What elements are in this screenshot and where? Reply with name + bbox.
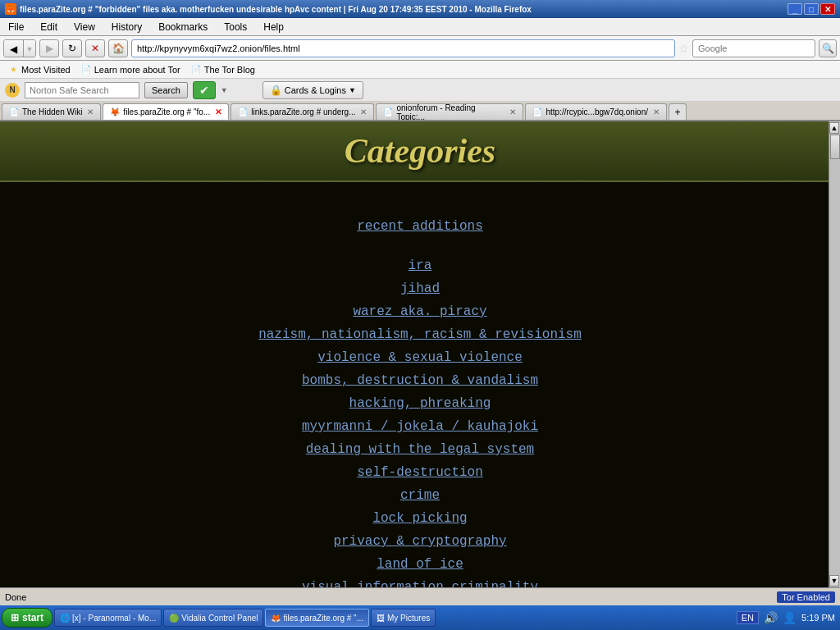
windows-logo-icon: ⊞ (11, 612, 19, 623)
tab-rcypic[interactable]: 📄 http://rcypic...bgw7dq.onion/ ✕ (525, 103, 667, 120)
taskbar-paranormal[interactable]: 🌐 [x] - Paranormal - Mo... (54, 609, 162, 627)
tab-close-3[interactable]: ✕ (360, 107, 367, 116)
norton-search-input[interactable] (25, 82, 139, 98)
tab-parazite-files[interactable]: 🦊 files.paraZite.org # "fo... ✕ (103, 103, 229, 120)
tab-label-2: files.paraZite.org # "fo... (123, 107, 210, 116)
tab-label-4: onionforum - Reading Topic:... (396, 103, 504, 120)
home-button[interactable]: 🏠 (108, 39, 128, 57)
reload-button[interactable]: ↻ (62, 39, 82, 57)
bookmark-learn-tor-label: Learn more about Tor (94, 65, 180, 75)
stop-button[interactable]: ✕ (85, 39, 105, 57)
bookmark-most-visited-label: Most Visited (21, 65, 71, 75)
start-label: start (22, 612, 43, 623)
scrollbar-thumb[interactable] (830, 135, 840, 159)
scroll-down-button[interactable]: ▼ (829, 575, 839, 587)
menu-bookmarks[interactable]: Bookmarks (153, 20, 212, 34)
link-legal[interactable]: dealing with the legal system (0, 438, 840, 461)
cards-logins-button[interactable]: 🔒 Cards & Logins ▼ (262, 81, 363, 99)
checkmark-dropdown[interactable]: ▼ (221, 86, 228, 94)
tab-label-5: http://rcypic...bgw7dq.onion/ (546, 107, 648, 116)
user-icon[interactable]: 👤 (783, 611, 797, 624)
system-clock: 5:19 PM (801, 613, 835, 623)
menu-bar: File Edit View History Bookmarks Tools H… (0, 18, 840, 36)
menu-view[interactable]: View (69, 20, 100, 34)
norton-search-button[interactable]: Search (144, 82, 188, 98)
page-icon-2: 📄 (190, 64, 202, 75)
link-lock-picking[interactable]: lock picking (0, 507, 840, 530)
link-recent-additions[interactable]: recent additions (0, 215, 840, 238)
taskbar-item-label-2: Vidalia Control Panel (181, 614, 258, 623)
checkmark-button[interactable]: ✔ (193, 81, 216, 99)
tab-parazite-links[interactable]: 📄 links.paraZite.org # underg... ✕ (231, 103, 374, 120)
search-label: Search (152, 85, 180, 95)
link-bombs[interactable]: bombs, destruction & vandalism (0, 369, 840, 392)
status-right: Tor Enabled (777, 591, 835, 603)
nav-bar: ◀ ▼ ▶ ↻ ✕ 🏠 ☆ 🔍 (0, 36, 840, 61)
taskbar-vidalia[interactable]: 🟢 Vidalia Control Panel (163, 609, 263, 627)
maximize-button[interactable]: □ (804, 3, 819, 15)
norton-bar: N Search ✔ ▼ 🔒 Cards & Logins ▼ (0, 79, 840, 102)
minimize-button[interactable]: _ (788, 3, 802, 15)
tab-close-4[interactable]: ✕ (509, 107, 516, 116)
page-icon: 📄 (80, 64, 92, 75)
volume-icon[interactable]: 🔊 (764, 611, 778, 624)
bookmark-most-visited[interactable]: ★ Most Visited (3, 63, 75, 76)
window-controls: _ □ ✕ (788, 3, 835, 15)
tab-favicon-4: 📄 (383, 107, 393, 116)
menu-help[interactable]: Help (258, 20, 289, 34)
link-jihad[interactable]: jihad (0, 277, 840, 300)
link-violence[interactable]: violence & sexual violence (0, 346, 840, 369)
tab-label-1: The Hidden Wiki (22, 107, 82, 116)
back-button[interactable]: ◀ (4, 40, 24, 57)
tab-close-2[interactable]: ✕ (215, 107, 221, 116)
tab-onionforum[interactable]: 📄 onionforum - Reading Topic:... ✕ (376, 103, 523, 120)
link-self-destruction[interactable]: self-destruction (0, 461, 840, 484)
scroll-up-button[interactable]: ▲ (829, 122, 839, 134)
link-crime[interactable]: crime (0, 484, 840, 507)
menu-history[interactable]: History (107, 20, 147, 34)
forward-button[interactable]: ▶ (39, 39, 59, 57)
url-bar[interactable] (131, 39, 675, 57)
link-myyrmanni[interactable]: myyrmanni / jokela / kauhajoki (0, 415, 840, 438)
search-input[interactable] (692, 39, 815, 57)
taskbar-pictures[interactable]: 🖼 My Pictures (371, 609, 436, 627)
status-bar: Done Tor Enabled (0, 587, 840, 605)
tab-hidden-wiki[interactable]: 📄 The Hidden Wiki ✕ (2, 103, 101, 120)
menu-edit[interactable]: Edit (35, 20, 62, 34)
link-nazism[interactable]: nazism, nationalism, racism & revisionis… (0, 323, 840, 346)
menu-file[interactable]: File (3, 20, 29, 34)
firefox-icon: 🦊 (5, 3, 16, 15)
taskbar-item-label-4: My Pictures (387, 614, 430, 623)
link-visual[interactable]: visual information criminality (0, 576, 840, 587)
tab-favicon-3: 📄 (238, 107, 248, 116)
link-ira[interactable]: ira (0, 254, 840, 277)
menu-tools[interactable]: Tools (219, 20, 252, 34)
taskbar-item-icon-1: 🌐 (60, 614, 70, 623)
bookmark-learn-tor[interactable]: 📄 Learn more about Tor (76, 63, 185, 76)
link-land-of-ice[interactable]: land of ice (0, 553, 840, 576)
tab-close-5[interactable]: ✕ (653, 107, 660, 116)
bookmark-star-icon[interactable]: ☆ (678, 42, 689, 55)
search-go-button[interactable]: 🔍 (819, 39, 837, 57)
language-indicator: EN (737, 611, 759, 624)
start-button[interactable]: ⊞ start (2, 608, 52, 628)
taskbar-right: EN 🔊 👤 5:19 PM (737, 611, 838, 624)
categories-header: Categories (0, 121, 840, 182)
link-privacy[interactable]: privacy & cryptography (0, 530, 840, 553)
status-text: Done (5, 592, 26, 602)
title-bar: 🦊 files.paraZite.org # "forbidden" files… (0, 0, 840, 18)
bookmark-tor-blog[interactable]: 📄 The Tor Blog (186, 63, 259, 76)
close-button[interactable]: ✕ (820, 3, 835, 15)
new-tab-button[interactable]: + (669, 103, 687, 120)
main-content: Categories recent additions ira jihad wa… (0, 121, 840, 587)
link-hacking[interactable]: hacking, phreaking (0, 392, 840, 415)
taskbar-item-icon-2: 🟢 (169, 614, 179, 623)
taskbar-firefox[interactable]: 🦊 files.paraZite.org # "... (265, 609, 368, 627)
back-dropdown[interactable]: ▼ (24, 40, 35, 57)
tabs-bar: 📄 The Hidden Wiki ✕ 🦊 files.paraZite.org… (0, 102, 840, 121)
norton-logo: N (5, 83, 20, 98)
tab-favicon-5: 📄 (532, 107, 542, 116)
tab-close-1[interactable]: ✕ (87, 107, 94, 116)
link-warez[interactable]: warez aka. piracy (0, 300, 840, 323)
scrollbar[interactable]: ▲ ▼ (829, 121, 840, 587)
